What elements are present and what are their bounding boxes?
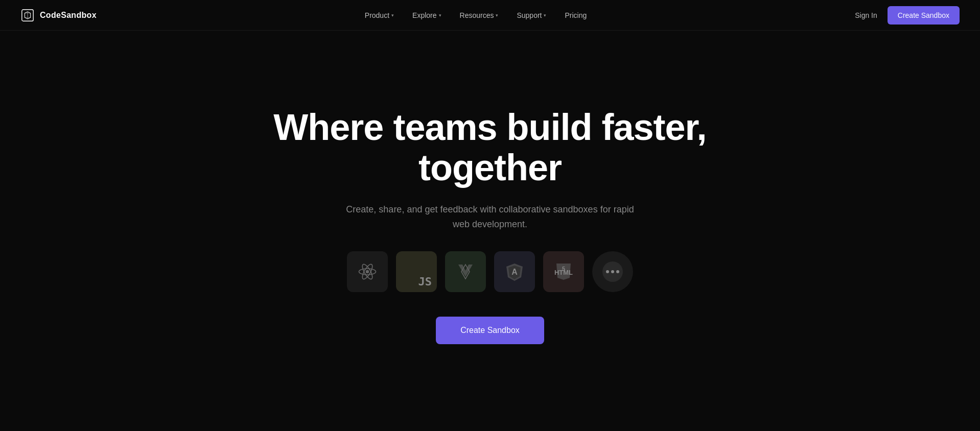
nav-item-pricing[interactable]: Pricing — [565, 11, 587, 19]
nav-support-label: Support — [517, 11, 542, 19]
svg-point-16 — [616, 270, 619, 273]
navbar: CodeSandbox Product ▾ Explore ▾ Resource… — [0, 0, 980, 31]
nav-item-resources[interactable]: Resources ▾ — [460, 11, 499, 19]
nav-item-product[interactable]: Product ▾ — [365, 11, 394, 19]
html5-icon[interactable]: HTML 5 — [543, 251, 584, 292]
react-icon[interactable] — [347, 251, 388, 292]
support-chevron-icon: ▾ — [544, 13, 546, 18]
svg-text:A: A — [511, 268, 518, 276]
hero-subtitle: Create, share, and get feedback with col… — [337, 202, 643, 232]
nav-explore-label: Explore — [412, 11, 436, 19]
hero-section: Where teams build faster, together Creat… — [260, 107, 720, 344]
sign-in-link[interactable]: Sign In — [855, 11, 877, 19]
nav-pricing-label: Pricing — [565, 11, 587, 19]
vue-icon[interactable] — [445, 251, 486, 292]
svg-point-1 — [366, 270, 369, 273]
create-sandbox-button-main[interactable]: Create Sandbox — [436, 317, 544, 344]
resources-chevron-icon: ▾ — [496, 13, 498, 18]
nav-center: Product ▾ Explore ▾ Resources ▾ Support … — [365, 11, 587, 19]
hero-title: Where teams build faster, together — [260, 107, 720, 188]
javascript-icon[interactable]: JS — [396, 251, 437, 292]
svg-point-15 — [611, 270, 614, 273]
brand-logo-icon — [20, 8, 35, 22]
svg-point-14 — [606, 270, 609, 273]
nav-resources-label: Resources — [460, 11, 494, 19]
nav-product-label: Product — [365, 11, 389, 19]
nav-brand: CodeSandbox — [20, 8, 97, 22]
svg-text:5: 5 — [562, 266, 565, 272]
product-chevron-icon: ▾ — [391, 13, 394, 18]
tech-icons-row: JS A HTML — [347, 251, 633, 292]
nav-item-support[interactable]: Support ▾ — [517, 11, 546, 19]
explore-chevron-icon: ▾ — [439, 13, 441, 18]
svg-marker-6 — [458, 265, 473, 277]
nav-item-explore[interactable]: Explore ▾ — [412, 11, 441, 19]
main-content: Where teams build faster, together Creat… — [0, 0, 980, 431]
angular-icon[interactable]: A — [494, 251, 535, 292]
nav-right: Sign In Create Sandbox — [855, 6, 960, 25]
create-sandbox-button-nav[interactable]: Create Sandbox — [888, 6, 960, 25]
brand-name: CodeSandbox — [40, 11, 97, 20]
more-icon[interactable] — [592, 251, 633, 292]
